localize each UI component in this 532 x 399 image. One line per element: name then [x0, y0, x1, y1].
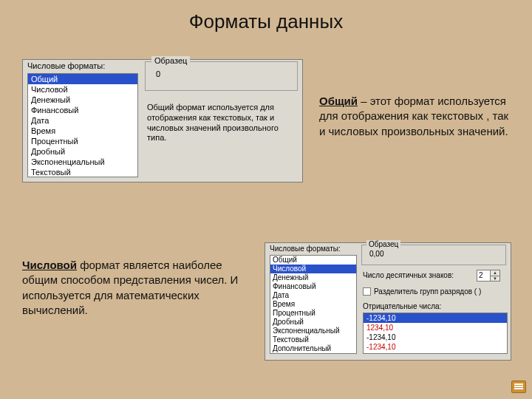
category-list-label: Числовые форматы: — [270, 245, 341, 253]
sample-groupbox: Образец 0,00 — [361, 245, 506, 265]
decimals-label: Число десятичных знаков: — [363, 271, 454, 279]
caption-general: Общий – этот формат используется для ото… — [319, 94, 510, 139]
category-item[interactable]: Процентный — [270, 309, 356, 318]
thousands-separator-checkbox[interactable]: Разделитель групп разрядов ( ) — [363, 287, 481, 296]
spinner-down-icon[interactable]: ▼ — [491, 276, 499, 282]
category-item[interactable]: Дата — [270, 291, 356, 300]
category-item[interactable]: Дата — [28, 115, 137, 126]
category-item[interactable]: Текстовый — [270, 335, 356, 344]
checkbox-icon — [363, 287, 371, 296]
spinner-arrows[interactable]: ▲ ▼ — [490, 270, 499, 281]
category-item[interactable]: Финансовый — [28, 105, 137, 115]
format-dialog-general: Числовые форматы: Общий Числовой Денежны… — [22, 59, 303, 183]
sample-value: 0 — [156, 69, 160, 78]
category-item[interactable]: Числовой — [270, 265, 356, 273]
category-item[interactable]: Денежный — [270, 273, 356, 282]
negatives-item[interactable]: -1234,10 — [364, 332, 507, 342]
decimals-value: 2 — [479, 271, 483, 279]
category-item[interactable]: Процентный — [28, 136, 137, 146]
negatives-item[interactable]: -1234,10 — [364, 342, 507, 352]
format-description: Общий формат используется для отображени… — [147, 103, 295, 143]
caption-number: Числовой формат является наиболее общим … — [22, 258, 251, 318]
caption-number-lead: Числовой — [22, 259, 77, 271]
category-item[interactable]: Экспоненциальный — [270, 327, 356, 335]
negatives-label: Отрицательные числа: — [363, 302, 441, 310]
category-item[interactable]: Текстовый — [28, 167, 137, 177]
category-item[interactable]: Финансовый — [270, 282, 356, 291]
category-item[interactable]: Общий — [270, 256, 356, 265]
category-item[interactable]: Дробный — [28, 146, 137, 157]
category-item[interactable]: Время — [270, 300, 356, 309]
sample-groupbox: Образец 0 — [145, 61, 298, 91]
category-list-label: Числовые форматы: — [27, 61, 105, 70]
category-item[interactable]: Дробный — [270, 318, 356, 327]
negatives-listbox[interactable]: -1234,10 1234,10 -1234,10 -1234,10 — [363, 313, 508, 354]
sample-value: 0,00 — [369, 250, 383, 258]
category-item[interactable]: (все форматы) — [270, 353, 356, 354]
category-item[interactable]: Общий — [28, 74, 137, 84]
thousands-label: Разделитель групп разрядов ( ) — [374, 287, 481, 296]
negatives-item[interactable]: 1234,10 — [364, 323, 507, 332]
format-dialog-number: Числовые форматы: Общий Числовой Денежны… — [265, 242, 511, 361]
decimals-spinner[interactable]: 2 ▲ ▼ — [477, 270, 500, 282]
category-item[interactable]: Экспоненциальный — [28, 157, 137, 167]
page-title: Форматы данных — [0, 10, 532, 33]
category-item[interactable]: Время — [28, 126, 137, 136]
category-listbox[interactable]: Общий Числовой Денежный Финансовый Дата … — [27, 73, 138, 177]
category-item[interactable]: Числовой — [28, 84, 137, 95]
category-item[interactable]: Денежный — [28, 95, 137, 105]
negatives-item[interactable]: -1234,10 — [364, 313, 507, 323]
menu-icon[interactable] — [511, 381, 526, 393]
sample-legend: Образец — [151, 56, 190, 65]
sample-legend: Образец — [366, 240, 400, 248]
category-listbox[interactable]: Общий Числовой Денежный Финансовый Дата … — [270, 255, 357, 354]
caption-general-lead: Общий — [319, 95, 358, 107]
category-item[interactable]: Дополнительный — [270, 344, 356, 353]
